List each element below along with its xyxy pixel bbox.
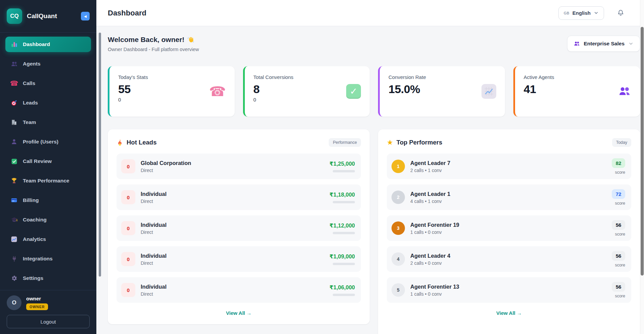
page-scrollbar-thumb[interactable] (641, 27, 644, 276)
lead-name: Individual (141, 284, 167, 290)
score-label: score (612, 263, 625, 267)
sidebar-item-agents[interactable]: Agents (5, 56, 91, 72)
star-icon: ★ (387, 138, 393, 147)
performer-stats: 4 calls • 1 conv (410, 199, 450, 204)
lead-progress-bar (333, 170, 355, 172)
lead-name: Individual (141, 222, 167, 228)
rank-badge: 4 (392, 252, 405, 266)
sidebar-item-call-review[interactable]: Call Review (5, 154, 91, 169)
stat-card-todays-stats: Today's Stats 55 0 ☎ (108, 66, 235, 117)
sidebar-item-billing[interactable]: Billing (5, 193, 91, 208)
trophy-icon (10, 177, 18, 184)
avatar: O (7, 295, 21, 310)
lead-row[interactable]: 0 Individual Direct ₹1,06,000 (117, 277, 361, 303)
lead-count-badge: 0 (121, 252, 135, 266)
lead-row[interactable]: 0 Individual Direct ₹1,12,000 (117, 215, 361, 241)
top-performers-view-all-link[interactable]: View All → (496, 310, 522, 316)
lead-progress-bar (333, 232, 355, 234)
sidebar-item-integrations[interactable]: Integrations (5, 251, 91, 266)
phone-icon: ☎ (10, 80, 18, 87)
rank-badge: 5 (392, 283, 405, 297)
sidebar-scrollbar[interactable] (99, 33, 101, 277)
performer-row[interactable]: 1 Agent Leader 7 2 calls • 1 conv 82 sco… (387, 154, 631, 179)
score-label: score (612, 232, 625, 237)
score-value: 82 (612, 158, 625, 168)
stat-label: Total Conversions (254, 74, 362, 80)
dashboard-chart-icon (10, 41, 18, 48)
gear-icon (10, 275, 18, 282)
team-selector-label: Enterprise Sales (584, 41, 625, 47)
team-people-icon (573, 40, 580, 47)
stat-value: 15.0% (388, 83, 497, 96)
lead-progress-bar (333, 294, 355, 296)
stats-row: Today's Stats 55 0 ☎ Total Conversions 8… (108, 66, 640, 117)
performance-badge: Performance (329, 138, 361, 147)
sidebar-item-profile-users[interactable]: Profile (Users) (5, 134, 91, 150)
welcome-subtitle: Owner Dashboard - Full platform overview (108, 47, 199, 52)
lead-row[interactable]: 0 Individual Direct ₹1,09,000 (117, 246, 361, 272)
page-scrollbar[interactable] (640, 0, 644, 334)
performer-name: Agent Leader 1 (410, 191, 450, 197)
performer-row[interactable]: 4 Agent Leader 4 2 calls • 0 conv 56 sco… (387, 246, 631, 272)
hot-leads-view-all-link[interactable]: View All → (226, 310, 251, 316)
stat-card-total-conversions: Total Conversions 8 0 ✓ (243, 66, 370, 117)
sidebar-nav: Dashboard Agents ☎ Calls Leads Team (0, 33, 96, 290)
stat-value: 8 (254, 83, 362, 96)
sidebar-item-calls[interactable]: ☎ Calls (5, 76, 91, 91)
lead-amount: ₹1,25,000 (329, 161, 355, 167)
stat-value: 41 (524, 83, 632, 96)
sidebar-item-label: Agents (23, 61, 41, 67)
performer-row[interactable]: 3 Agent Forentier 19 1 calls • 0 conv 56… (387, 215, 631, 241)
sidebar-item-analytics[interactable]: Analytics (5, 232, 91, 247)
lead-count-badge: 0 (121, 159, 135, 173)
team-selector-dropdown[interactable]: Enterprise Sales (567, 36, 640, 52)
phone-icon: ☎ (209, 84, 226, 99)
language-selector[interactable]: GB English (558, 6, 604, 20)
stat-label: Today's Stats (118, 74, 227, 80)
performer-stats: 1 calls • 0 conv (410, 291, 459, 297)
sidebar-item-label: Leads (23, 100, 38, 106)
performer-row[interactable]: 2 Agent Leader 1 4 calls • 1 conv 72 sco… (387, 184, 631, 210)
check-square-icon (10, 158, 18, 165)
sidebar-collapse-button[interactable]: ◀ (81, 12, 90, 20)
performer-row[interactable]: 5 Agent Forentier 13 1 calls • 0 conv 56… (387, 277, 631, 303)
people-icon (618, 85, 631, 98)
rank-badge: 2 (392, 191, 405, 204)
sidebar-item-team-performance[interactable]: Team Performance (5, 173, 91, 189)
sidebar-item-dashboard[interactable]: Dashboard (5, 37, 91, 52)
sidebar-item-label: Team Performance (23, 178, 69, 184)
performer-stats: 2 calls • 1 conv (410, 168, 450, 173)
plug-icon (10, 256, 18, 262)
sidebar-item-label: Settings (23, 275, 43, 281)
lead-count-badge: 0 (121, 283, 135, 297)
sidebar-item-team[interactable]: Team (5, 115, 91, 130)
notifications-button[interactable] (617, 9, 625, 17)
performer-name: Agent Leader 7 (410, 160, 450, 166)
score-label: score (612, 294, 625, 298)
lead-amount: ₹1,09,000 (329, 253, 355, 260)
lead-source: Direct (141, 291, 167, 297)
score-value: 56 (612, 251, 625, 261)
top-performers-panel: ★ Top Performers Today 1 Agent Leader 7 … (378, 129, 640, 334)
lead-name: Individual (141, 191, 167, 197)
flame-icon (117, 139, 123, 146)
chevron-down-icon (628, 41, 634, 46)
performer-name: Agent Forentier 19 (410, 222, 459, 228)
sidebar-item-leads[interactable]: Leads (5, 95, 91, 111)
person-icon (10, 138, 18, 145)
sidebar-item-settings[interactable]: Settings (5, 270, 91, 286)
score-value: 56 (612, 220, 625, 230)
chart-icon (481, 84, 496, 99)
page-title: Dashboard (108, 9, 146, 17)
lead-row[interactable]: 0 Global Corporation Direct ₹1,25,000 (117, 154, 361, 179)
lead-row[interactable]: 0 Individual Direct ₹1,18,000 (117, 184, 361, 210)
panels-row: Hot Leads Performance 0 Global Corporati… (108, 129, 640, 334)
target-icon (10, 99, 18, 107)
logout-button[interactable]: Logout (7, 315, 90, 328)
stat-label: Active Agents (524, 74, 632, 80)
sidebar-item-coaching[interactable]: Coaching (5, 212, 91, 227)
performer-stats: 1 calls • 0 conv (410, 229, 459, 235)
lead-progress-bar (333, 201, 355, 203)
performer-stats: 2 calls • 0 conv (410, 260, 450, 266)
agents-people-icon (10, 60, 18, 68)
